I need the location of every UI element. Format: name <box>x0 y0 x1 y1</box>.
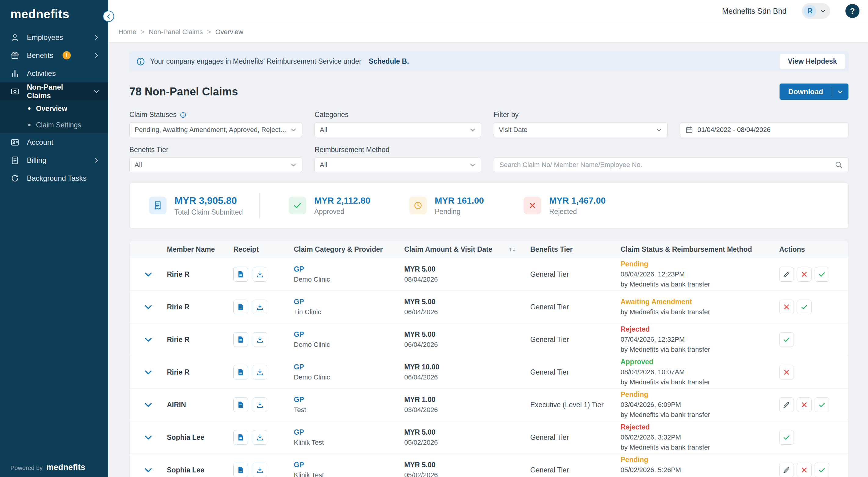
approve-claim-button[interactable] <box>779 430 794 445</box>
claim-amount: MYR 5.00 <box>404 298 526 306</box>
member-name: Sophia Lee <box>167 434 234 442</box>
edit-claim-button[interactable] <box>779 463 794 477</box>
expand-row-button[interactable] <box>144 400 153 410</box>
approve-claim-button[interactable] <box>815 463 829 477</box>
approve-claim-button[interactable] <box>779 332 794 347</box>
download-receipt-button[interactable] <box>253 267 267 282</box>
view-receipt-button[interactable] <box>234 300 248 314</box>
col-receipt: Receipt <box>234 245 294 253</box>
sidebar-item-label: Billing <box>27 156 46 165</box>
clock-icon <box>409 197 427 214</box>
approve-claim-button[interactable] <box>815 267 829 282</box>
search-icon[interactable] <box>834 161 843 169</box>
x-icon <box>800 466 808 474</box>
claim-category[interactable]: GP <box>294 461 400 469</box>
sidebar-item-employees[interactable]: Employees <box>0 28 108 46</box>
view-helpdesk-button[interactable]: View Helpdesk <box>780 54 845 69</box>
powered-by: Powered by mednefits <box>10 463 85 472</box>
categories-label: Categories <box>315 111 348 119</box>
sidebar-item-activities[interactable]: Activities <box>0 64 108 82</box>
visit-date: 06/04/2026 <box>404 340 526 349</box>
edit-claim-button[interactable] <box>779 267 794 282</box>
sidebar-item-billing[interactable]: Billing <box>0 151 108 169</box>
sidebar-item-label: Account <box>27 138 53 147</box>
download-receipt-button[interactable] <box>253 332 267 347</box>
expand-row-button[interactable] <box>144 465 153 475</box>
reject-claim-button[interactable] <box>779 300 794 314</box>
view-receipt-button[interactable] <box>234 365 248 379</box>
schedule-b-link[interactable]: Schedule B. <box>369 57 409 66</box>
view-receipt-button[interactable] <box>234 267 248 282</box>
categories-select[interactable]: All <box>315 123 481 137</box>
reject-claim-button[interactable] <box>797 267 811 282</box>
sidebar-item-background-tasks[interactable]: Background Tasks <box>0 169 108 187</box>
approve-claim-button[interactable] <box>797 300 811 314</box>
sidebar-item-benefits[interactable]: Benefits ! <box>0 46 108 64</box>
search-input[interactable] <box>494 158 848 172</box>
reject-claim-button[interactable] <box>779 365 794 379</box>
sidebar-subitem-claim-settings[interactable]: Claim Settings <box>0 117 108 133</box>
x-icon <box>782 368 790 376</box>
edit-claim-button[interactable] <box>779 398 794 412</box>
info-icon[interactable] <box>180 111 186 118</box>
approve-claim-button[interactable] <box>815 398 829 412</box>
claim-amount: MYR 5.00 <box>404 461 526 469</box>
breadcrumb-home[interactable]: Home <box>118 28 136 36</box>
benefits-tier-select[interactable]: All <box>129 158 302 172</box>
claim-category[interactable]: GP <box>294 363 400 372</box>
expand-row-button[interactable] <box>144 367 153 377</box>
member-name: Ririe R <box>167 303 234 311</box>
powered-by-label: Powered by <box>10 465 43 472</box>
view-receipt-button[interactable] <box>234 430 248 445</box>
provider-name: Test <box>294 406 400 414</box>
download-options-button[interactable] <box>832 83 848 100</box>
claim-amount: MYR 5.00 <box>404 428 526 437</box>
benefits-tier: General Tier <box>530 270 621 279</box>
reject-claim-button[interactable] <box>797 463 811 477</box>
expand-row-button[interactable] <box>144 433 153 442</box>
download-button[interactable]: Download <box>779 83 832 100</box>
chevron-down-icon <box>290 162 297 168</box>
download-receipt-button[interactable] <box>253 398 267 412</box>
reject-claim-button[interactable] <box>797 398 811 412</box>
breadcrumb-non-panel-claims[interactable]: Non-Panel Claims <box>149 28 203 36</box>
view-receipt-button[interactable] <box>234 463 248 477</box>
download-receipt-button[interactable] <box>253 430 267 445</box>
reimbursement-method-select[interactable]: All <box>315 158 481 172</box>
date-range-input[interactable]: 01/04/2022 - 08/04/2026 <box>680 123 848 137</box>
table-header: Member Name Receipt Claim Category & Pro… <box>130 241 848 258</box>
claim-amount: MYR 10.00 <box>404 363 526 372</box>
claim-category[interactable]: GP <box>294 330 400 339</box>
filter-by-select[interactable]: Visit Date <box>494 123 668 137</box>
view-receipt-button[interactable] <box>234 398 248 412</box>
expand-row-button[interactable] <box>144 302 153 312</box>
expand-row-button[interactable] <box>144 335 153 344</box>
account-menu[interactable]: R <box>802 3 830 19</box>
sort-icon[interactable] <box>508 246 517 253</box>
claim-statuses-select[interactable]: Pending, Awaiting Amendment, Approved, R… <box>129 123 302 137</box>
download-receipt-button[interactable] <box>253 300 267 314</box>
claim-category[interactable]: GP <box>294 395 400 404</box>
claim-status: Pending <box>621 390 775 399</box>
sidebar-item-non-panel-claims[interactable]: Non-Panel Claims <box>0 82 108 100</box>
sidebar-item-account[interactable]: Account <box>0 133 108 151</box>
download-receipt-button[interactable] <box>253 365 267 379</box>
download-receipt-button[interactable] <box>253 463 267 477</box>
benefits-tier: General Tier <box>530 434 621 442</box>
chevron-down-icon <box>469 127 476 133</box>
help-button[interactable]: ? <box>845 4 860 18</box>
file-icon <box>237 368 245 376</box>
expand-row-button[interactable] <box>144 269 153 279</box>
claim-status: Awaiting Amendment <box>621 298 775 307</box>
claims-table: Member Name Receipt Claim Category & Pro… <box>129 241 848 477</box>
categories-value: All <box>320 126 466 134</box>
claim-category[interactable]: GP <box>294 298 400 306</box>
sidebar-subitem-overview[interactable]: Overview <box>0 100 108 117</box>
claim-category[interactable]: GP <box>294 265 400 274</box>
sidebar-collapse-button[interactable] <box>103 11 114 22</box>
view-receipt-button[interactable] <box>234 332 248 347</box>
receipt-icon <box>149 197 166 214</box>
claim-category[interactable]: GP <box>294 428 400 437</box>
check-icon <box>800 303 808 311</box>
summary-total: MYR 3,905.80 Total Claim Submitted <box>149 195 259 216</box>
